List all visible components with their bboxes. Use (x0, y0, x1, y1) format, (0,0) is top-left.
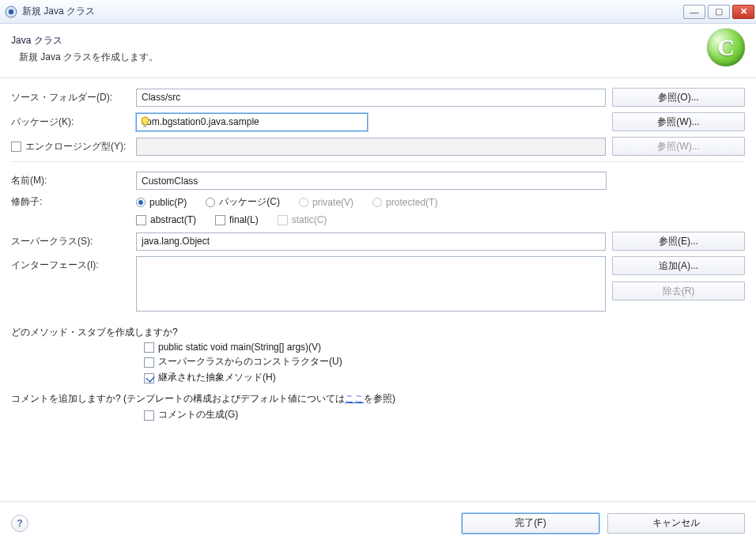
remove-interface-button: 除去(R) (612, 281, 745, 300)
interfaces-list[interactable] (136, 256, 606, 312)
radio-public[interactable]: public(P) (136, 197, 187, 208)
add-interface-button[interactable]: 追加(A)... (612, 256, 745, 275)
package-input[interactable] (136, 113, 368, 131)
comments-link[interactable]: ここ (345, 393, 364, 404)
label-package: パッケージ(K): (11, 115, 130, 129)
minimize-button[interactable]: — (683, 5, 705, 19)
check-abstract[interactable]: abstract(T) (136, 214, 196, 225)
check-super-constructors[interactable]: スーパークラスからのコンストラクター(U) (144, 355, 745, 368)
browse-source-button[interactable]: 参照(O)... (612, 88, 745, 107)
label-enclosing: エンクロージング型(Y): (11, 140, 130, 153)
radio-protected: protected(T) (372, 197, 437, 208)
svg-rect-3 (144, 126, 147, 127)
dialog-heading: Java クラス (11, 34, 707, 47)
dialog-header: Java クラス 新規 Java クラスを作成します。 C (0, 24, 756, 78)
svg-point-1 (9, 9, 13, 13)
window-controls: — ▢ ✕ (683, 5, 754, 19)
source-folder-input[interactable] (136, 89, 606, 107)
class-logo-letter: C (717, 36, 735, 59)
app-icon (5, 6, 17, 18)
dialog-subtitle: 新規 Java クラスを作成します。 (19, 51, 707, 64)
dialog-footer: ? 完了(F) キャンセル (0, 501, 756, 544)
help-button[interactable]: ? (11, 515, 28, 532)
svg-rect-2 (143, 125, 146, 126)
name-input[interactable] (136, 172, 607, 190)
window-title: 新規 Java クラス (22, 5, 683, 18)
browse-package-button[interactable]: 参照(W)... (612, 112, 745, 131)
label-interfaces: インターフェース(I): (11, 256, 130, 272)
form-area: ソース・フォルダー(D): 参照(O)... パッケージ(K): 参照(W)..… (0, 78, 756, 421)
finish-button[interactable]: 完了(F) (462, 513, 599, 534)
check-static: static(C) (278, 214, 327, 225)
check-inherited-abstract[interactable]: 継承された抽象メソッド(H) (144, 371, 745, 384)
check-generate-comments[interactable]: コメントの生成(G) (144, 408, 745, 421)
comments-question-suffix: を参照) (364, 393, 395, 404)
label-modifiers: 修飾子: (11, 195, 130, 209)
label-source-folder: ソース・フォルダー(D): (11, 91, 130, 104)
separator-1 (11, 161, 745, 162)
browse-superclass-button[interactable]: 参照(E)... (612, 232, 745, 251)
class-logo-icon: C (707, 28, 745, 66)
check-final[interactable]: final(L) (215, 214, 259, 225)
close-button[interactable]: ✕ (732, 5, 754, 19)
maximize-button[interactable]: ▢ (708, 5, 730, 19)
cancel-button[interactable]: キャンセル (607, 513, 745, 534)
check-main-method[interactable]: public static void main(String[] args)(V… (144, 342, 745, 353)
label-superclass: スーパークラス(S): (11, 235, 130, 248)
title-bar: 新規 Java クラス — ▢ ✕ (0, 0, 756, 24)
enclosing-type-input (136, 138, 606, 156)
enclosing-type-checkbox[interactable]: エンクロージング型(Y): (11, 141, 126, 152)
superclass-input[interactable] (136, 232, 606, 251)
lightbulb-icon (139, 115, 151, 130)
radio-private: private(V) (299, 197, 353, 208)
comments-question-prefix: コメントを追加しますか? (テンプレートの構成およびデフォルト値については (11, 393, 345, 404)
label-name: 名前(M): (11, 174, 130, 187)
stubs-question: どのメソッド・スタブを作成しますか? (11, 326, 745, 339)
radio-package[interactable]: パッケージ(C) (206, 195, 280, 209)
browse-enclosing-button: 参照(W)... (612, 137, 745, 156)
